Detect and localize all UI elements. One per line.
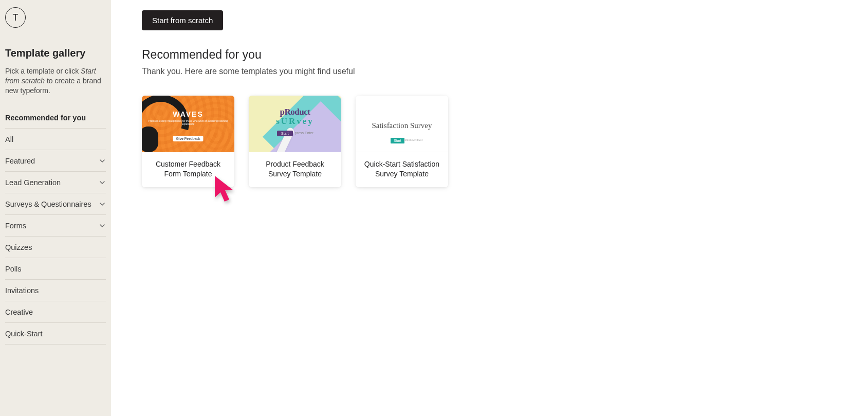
card-label: Product Feedback Survey Template xyxy=(249,152,341,187)
nav-quick-start[interactable]: Quick-Start xyxy=(5,323,106,345)
nav-item-label: Polls xyxy=(5,265,21,273)
sidebar-desc-pre: Pick a template or click xyxy=(5,67,81,75)
nav-item-label: Lead Generation xyxy=(5,178,61,187)
chevron-down-icon xyxy=(99,179,106,186)
sidebar: T Template gallery Pick a template or cl… xyxy=(0,0,111,416)
nav-invitations[interactable]: Invitations xyxy=(5,280,106,301)
chevron-down-icon xyxy=(99,201,106,208)
main-content: Start from scratch Recommended for you T… xyxy=(111,0,868,416)
nav-forms[interactable]: Forms xyxy=(5,215,106,237)
nav-creative[interactable]: Creative xyxy=(5,301,106,323)
thumb-cta-chip: Start xyxy=(277,131,293,136)
sidebar-description: Pick a template or click Start from scra… xyxy=(5,66,106,96)
card-thumbnail: WAVES Premium quality headphones for tho… xyxy=(142,96,234,152)
card-label: Customer Feedback Form Template xyxy=(142,152,234,187)
thumb-title: Satisfaction Survey xyxy=(356,121,448,130)
thumb-cta-chip: Give Feedback xyxy=(173,136,203,141)
thumb-cta-chip: Start xyxy=(391,138,404,143)
card-label: Quick-Start Satisfaction Survey Template xyxy=(356,152,448,187)
thumb-brand: WAVES xyxy=(142,110,234,118)
card-thumbnail: pRoduct sURvey Start press Enter xyxy=(249,96,341,152)
nav-surveys[interactable]: Surveys & Questionnaires xyxy=(5,193,106,215)
card-thumbnail: Satisfaction Survey Start press ENTER xyxy=(356,96,448,152)
section-title: Recommended for you xyxy=(142,48,868,62)
chevron-down-icon xyxy=(99,157,106,165)
sidebar-title: Template gallery xyxy=(5,47,106,59)
template-card-product-feedback[interactable]: pRoduct sURvey Start press Enter Product… xyxy=(249,96,341,187)
nav-item-label: Quizzes xyxy=(5,243,32,251)
thumb-brand-line1: pRoduct xyxy=(280,107,310,117)
chevron-down-icon xyxy=(99,222,106,229)
section-subtitle: Thank you. Here are some templates you m… xyxy=(142,67,868,76)
nav-item-label: Invitations xyxy=(5,286,39,295)
nav-featured[interactable]: Featured xyxy=(5,150,106,172)
headphone-earcup-icon xyxy=(142,126,158,152)
nav-polls[interactable]: Polls xyxy=(5,258,106,280)
thumb-brand: pRoduct sURvey xyxy=(249,107,341,126)
thumb-cta-hint: press Enter xyxy=(295,131,313,135)
nav-recommended[interactable]: Recommended for you xyxy=(5,107,106,129)
template-cards: WAVES Premium quality headphones for tho… xyxy=(142,96,868,187)
nav-lead-generation[interactable]: Lead Generation xyxy=(5,172,106,193)
start-from-scratch-button[interactable]: Start from scratch xyxy=(142,10,223,30)
nav-item-label: Creative xyxy=(5,308,33,316)
nav-item-label: Featured xyxy=(5,157,35,165)
avatar[interactable]: T xyxy=(5,7,26,28)
template-card-satisfaction-survey[interactable]: Satisfaction Survey Start press ENTER Qu… xyxy=(356,96,448,187)
nav-item-label: Surveys & Questionnaires xyxy=(5,200,91,208)
nav-quizzes[interactable]: Quizzes xyxy=(5,237,106,258)
template-card-customer-feedback[interactable]: WAVES Premium quality headphones for tho… xyxy=(142,96,234,187)
nav-item-label: Quick-Start xyxy=(5,330,43,338)
nav-all[interactable]: All xyxy=(5,129,106,150)
nav-item-label: Forms xyxy=(5,222,26,230)
sidebar-nav: Recommended for you All Featured Lead Ge… xyxy=(5,107,106,345)
thumb-brand-line2: sURvey xyxy=(249,116,341,126)
nav-item-label: Recommended for you xyxy=(5,114,86,122)
nav-item-label: All xyxy=(5,135,13,143)
thumb-tagline: Premium quality headphones for those who… xyxy=(142,119,234,125)
thumb-cta-hint: press ENTER xyxy=(404,138,423,141)
